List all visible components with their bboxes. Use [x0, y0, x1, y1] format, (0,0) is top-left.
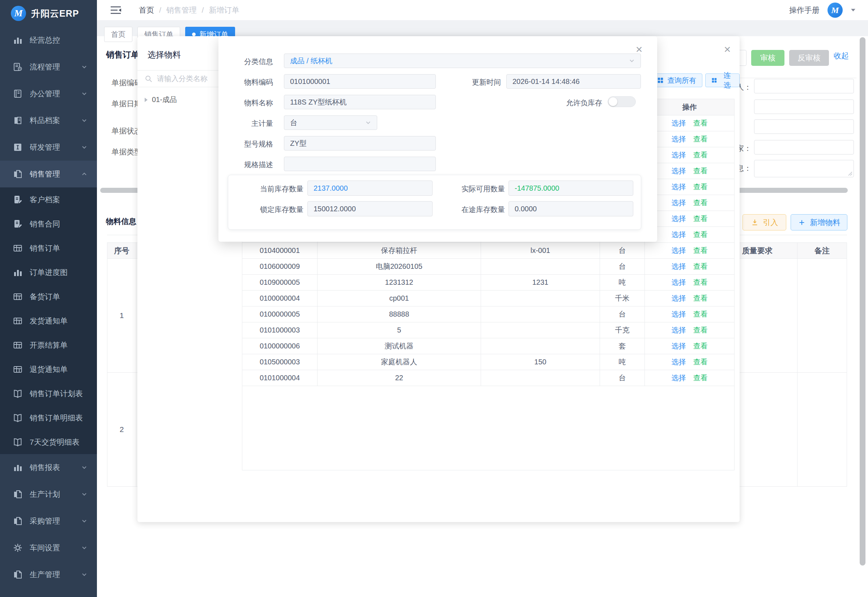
sidebar-item-采购管理[interactable]: 采购管理	[0, 508, 97, 535]
select-link[interactable]: 选择	[672, 118, 686, 128]
sidebar-item-开票结算单[interactable]: 开票结算单	[0, 333, 97, 357]
current-stock-input[interactable]: 2137.0000	[307, 181, 433, 196]
materials-cell: 台	[600, 306, 645, 322]
select-link[interactable]: 选择	[672, 261, 686, 271]
select-link[interactable]: 选择	[672, 309, 686, 319]
import-button[interactable]: 引入	[742, 214, 786, 230]
sidebar-item-客户档案[interactable]: 客户档案	[0, 187, 97, 212]
category-select[interactable]: 成品 / 纸杯机	[284, 53, 641, 68]
add-material-button[interactable]: 新增物料	[791, 214, 847, 230]
view-link[interactable]: 查看	[693, 182, 708, 192]
sidebar-item-退货通知单[interactable]: 退货通知单	[0, 357, 97, 382]
transit-stock-input[interactable]: 0.0000	[508, 201, 633, 216]
sidebar-item-7天交货明细表[interactable]: 7天交货明细表	[0, 430, 97, 454]
user-menu-caret-icon[interactable]	[851, 8, 856, 12]
view-link[interactable]: 查看	[693, 214, 708, 224]
materials-cell: 吨	[600, 275, 645, 290]
order-row-seq: 1	[107, 259, 136, 373]
tab-首页[interactable]: 首页	[104, 27, 132, 42]
select-link[interactable]: 选择	[672, 182, 686, 192]
collapse-sidebar-icon[interactable]	[109, 5, 122, 16]
sidebar-item-研发管理[interactable]: 研发管理	[0, 134, 97, 160]
right-input[interactable]	[754, 100, 854, 114]
sidebar-item-销售订单计划表[interactable]: 销售订单计划表	[0, 382, 97, 405]
select-link[interactable]: 选择	[672, 293, 686, 303]
select-link[interactable]: 选择	[672, 373, 686, 383]
sidebar-item-销售报表[interactable]: 销售报表	[0, 454, 97, 481]
locked-stock-input[interactable]: 150012.0000	[307, 201, 433, 216]
chevron-down-icon	[81, 491, 87, 498]
select-link[interactable]: 选择	[672, 246, 686, 255]
unit-select[interactable]: 台	[284, 116, 377, 130]
select-link[interactable]: 选择	[672, 357, 686, 367]
sidebar-item-销售订单[interactable]: 销售订单	[0, 236, 97, 260]
view-link[interactable]: 查看	[693, 118, 708, 128]
view-link[interactable]: 查看	[693, 373, 708, 383]
view-link[interactable]: 查看	[693, 150, 708, 160]
category-tree-node[interactable]: 01-成品	[144, 95, 177, 105]
collapse-form-link[interactable]: 收起	[834, 50, 849, 61]
spec-input[interactable]	[284, 157, 436, 171]
materials-cell: 1231	[481, 275, 600, 290]
manual-link[interactable]: 操作手册	[789, 5, 819, 15]
select-link[interactable]: 选择	[672, 278, 686, 287]
sidebar-item-办公管理[interactable]: 办公管理	[0, 80, 97, 107]
select-link[interactable]: 选择	[672, 214, 686, 224]
multi-select-button[interactable]: 连选	[705, 73, 740, 87]
right-textarea[interactable]	[754, 160, 854, 177]
audit-button[interactable]: 审核	[751, 50, 785, 66]
sidebar-item-备货订单[interactable]: 备货订单	[0, 284, 97, 309]
view-link[interactable]: 查看	[693, 166, 708, 176]
negative-stock-toggle[interactable]	[607, 96, 636, 107]
sidebar-item-订单进度图[interactable]: 订单进度图	[0, 260, 97, 284]
sidebar-item-生产计划[interactable]: 生产计划	[0, 481, 97, 508]
tree-node-label: 01-成品	[152, 95, 177, 105]
grid-table-icon	[12, 243, 23, 254]
view-link[interactable]: 查看	[693, 293, 708, 303]
name-input[interactable]: 118S ZY型纸杯机	[284, 95, 436, 109]
view-link[interactable]: 查看	[693, 341, 708, 351]
breadcrumb-home[interactable]: 首页	[139, 5, 154, 15]
view-link[interactable]: 查看	[693, 357, 708, 367]
view-link[interactable]: 查看	[693, 230, 708, 239]
sidebar-item-料品档案[interactable]: 料品档案	[0, 107, 97, 134]
sidebar-item-发货通知单[interactable]: 发货通知单	[0, 309, 97, 333]
sidebar-item-销售合同[interactable]: 销售合同	[0, 212, 97, 236]
view-link[interactable]: 查看	[693, 246, 708, 255]
sidebar-item-车间设置[interactable]: 车间设置	[0, 535, 97, 561]
unaudit-button[interactable]: 反审核	[789, 50, 829, 66]
view-link[interactable]: 查看	[693, 198, 708, 208]
sidebar-item-加工车间[interactable]: 加工车间	[0, 588, 97, 597]
breadcrumb-separator: /	[159, 6, 161, 15]
select-link[interactable]: 选择	[672, 230, 686, 239]
sidebar-item-销售订单明细表[interactable]: 销售订单明细表	[0, 405, 97, 430]
view-link[interactable]: 查看	[693, 278, 708, 287]
sidebar-item-经营总控[interactable]: 经营总控	[0, 27, 97, 53]
select-link[interactable]: 选择	[672, 341, 686, 351]
select-link[interactable]: 选择	[672, 134, 686, 144]
select-link[interactable]: 选择	[672, 166, 686, 176]
view-link[interactable]: 查看	[693, 309, 708, 319]
resize-handle-icon[interactable]	[848, 171, 852, 176]
view-link[interactable]: 查看	[693, 134, 708, 144]
user-avatar[interactable]: M	[828, 3, 843, 18]
sidebar-item-生产管理[interactable]: 生产管理	[0, 561, 97, 588]
vertical-scrollbar[interactable]	[860, 37, 865, 566]
breadcrumb-sales[interactable]: 销售管理	[166, 5, 197, 15]
picker-close-icon[interactable]: ×	[721, 43, 733, 56]
view-link[interactable]: 查看	[693, 261, 708, 271]
select-link[interactable]: 选择	[672, 198, 686, 208]
code-input[interactable]: 0101000001	[284, 74, 436, 89]
sidebar-item-销售管理[interactable]: 销售管理	[0, 160, 97, 187]
view-link[interactable]: 查看	[693, 325, 708, 335]
right-input[interactable]	[754, 79, 854, 94]
query-all-button[interactable]: 查询所有	[651, 73, 702, 87]
available-stock-input[interactable]: -147875.0000	[508, 181, 633, 196]
select-link[interactable]: 选择	[672, 150, 686, 160]
model-input[interactable]: ZY型	[284, 136, 436, 150]
updated-input[interactable]: 2026-01-14 14:48:46	[506, 74, 641, 89]
right-input[interactable]	[754, 140, 854, 154]
right-input[interactable]	[754, 119, 854, 134]
sidebar-item-流程管理[interactable]: 流程管理	[0, 53, 97, 80]
select-link[interactable]: 选择	[672, 325, 686, 335]
